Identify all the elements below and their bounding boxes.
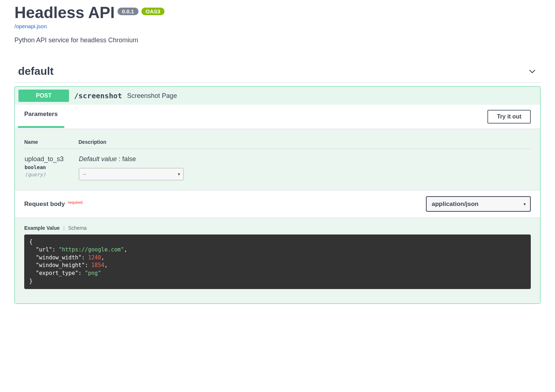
tag-section-default[interactable]: default [14,59,541,83]
operation-block: POST /screenshot Screenshot Page Paramet… [14,86,541,304]
request-body-label: Request body [24,201,65,207]
operation-summary[interactable]: POST /screenshot Screenshot Page [15,87,540,105]
chevron-down-icon [528,66,537,76]
param-default-value: false [122,155,136,163]
tab-schema[interactable]: Schema [68,225,86,231]
tab-example-value[interactable]: Example Value [24,225,60,231]
content-type-select[interactable]: application/json [426,196,531,212]
param-default-label: Default value [79,155,117,163]
param-name: upload_to_s3 [25,155,78,163]
operation-path: /screenshot [74,91,122,100]
param-value-select[interactable]: -- [79,168,184,180]
version-badge: 0.0.1 [118,8,138,15]
try-it-out-button[interactable]: Try it out [487,110,531,124]
required-badge: required [68,200,82,204]
body-tabs: Example Value | Schema [24,225,531,231]
operation-summary-text: Screenshot Page [127,92,177,100]
param-in: (query) [25,172,78,177]
example-code: { "url": "https://google.com", "window_w… [24,234,531,289]
request-body-area: Example Value | Schema { "url": "https:/… [15,218,540,303]
parameters-bar: Parameters Try it out [15,105,540,129]
param-default: Default value : false [79,155,530,163]
spec-link[interactable]: /openapi.json [14,23,541,29]
col-name: Name [24,135,78,149]
param-type: boolean [25,164,78,170]
table-row: upload_to_s3 boolean (query) Default val… [24,149,531,181]
parameters-area: Name Description upload_to_s3 boolean (q… [15,129,540,190]
parameters-table: Name Description upload_to_s3 boolean (q… [24,135,531,181]
tab-parameters[interactable]: Parameters [24,111,58,123]
oas-badge: OAS3 [141,8,165,15]
api-description: Python API service for headless Chromium [14,36,541,44]
request-body-bar: Request body required application/json ▾ [15,190,540,218]
col-description: Description [78,135,531,149]
api-header: Headless API 0.0.1 OAS3 [14,4,541,22]
http-method-badge: POST [18,90,69,102]
tag-name: default [18,65,54,77]
api-title: Headless API [14,4,115,22]
